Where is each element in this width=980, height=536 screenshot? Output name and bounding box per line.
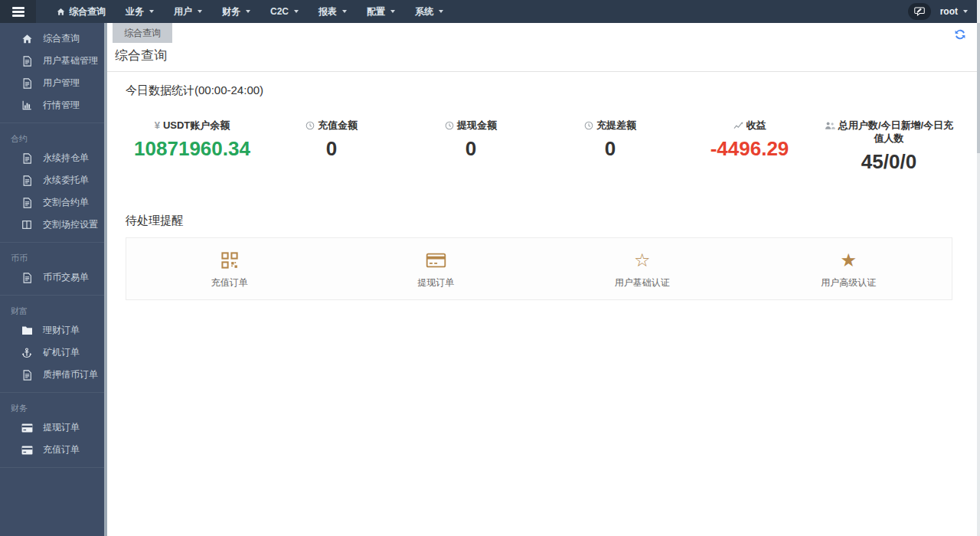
stat-label: 充值金额 [266, 119, 397, 132]
stat-value: 10871960.34 [127, 137, 257, 161]
chevron-down-icon [246, 10, 250, 13]
chat-button[interactable] [908, 3, 931, 20]
sidebar: 综合查询 用户基础管理 用户管理 行情管理 合约 永续持仓单 [0, 23, 107, 536]
nav-menu-business[interactable]: 业务 [116, 0, 164, 23]
sidebar-item-delivery-contract-orders[interactable]: 交割合约单 [0, 191, 107, 214]
document-icon [21, 197, 33, 209]
clock-icon [584, 121, 593, 130]
nav-item-home[interactable]: 综合查询 [47, 0, 116, 23]
clock-icon [305, 121, 315, 130]
stat-usdt-balance: ¥USDT账户余额 10871960.34 [122, 119, 262, 174]
reminder-withdraw-orders[interactable]: 提现订单 [333, 250, 540, 289]
sidebar-group-contract: 合约 永续持仓单 永续委托单 交割合约单 交割场控设置 [0, 123, 107, 243]
clock-icon [445, 121, 454, 130]
reminder-recharge-orders[interactable]: 充值订单 [126, 250, 333, 289]
sidebar-item-delivery-control-settings[interactable]: 交割场控设置 [0, 214, 107, 236]
sidebar-group-wealth: 财富 理财订单 矿机订单 质押借币订单 [0, 296, 107, 393]
yen-icon: ¥ [155, 119, 160, 131]
home-icon [21, 33, 33, 45]
chevron-down-icon [198, 10, 202, 13]
user-name: root [940, 6, 958, 17]
credit-card-icon [333, 250, 540, 271]
chat-bubble-icon [914, 7, 925, 16]
stat-label: 提现金额 [406, 119, 536, 132]
window-scrollbar[interactable] [977, 0, 980, 536]
stat-label: ¥USDT账户余额 [127, 119, 257, 132]
stat-value: 0 [266, 137, 397, 161]
nav-menu-config[interactable]: 配置 [357, 0, 405, 23]
reminders-panel: 充值订单 提现订单 ☆ 用户基础认证 ★ 用户高级认证 [126, 237, 952, 300]
stat-recharge-withdraw-diff: 充提差额 0 [541, 119, 680, 174]
reminder-label: 用户基础认证 [539, 276, 746, 289]
tab-strip: 综合查询 [107, 23, 980, 43]
scrollbar-thumb[interactable] [977, 23, 980, 153]
sidebar-item-recharge-orders[interactable]: 充值订单 [0, 439, 107, 461]
sidebar-group-main: 综合查询 用户基础管理 用户管理 行情管理 [0, 23, 107, 123]
sidebar-item-market-management[interactable]: 行情管理 [0, 94, 107, 116]
sidebar-toggle-button[interactable] [0, 0, 36, 23]
sidebar-item-user-management[interactable]: 用户管理 [0, 72, 107, 94]
document-icon [21, 175, 33, 187]
nav-menu-report[interactable]: 报表 [309, 0, 357, 23]
navbar-right: root [908, 3, 980, 20]
nav-menu-user[interactable]: 用户 [164, 0, 212, 23]
stat-withdraw-amount: 提现金额 0 [401, 119, 541, 174]
stat-user-counts: 总用户数/今日新增/今日充值人数 45/0/0 [819, 119, 959, 174]
user-menu[interactable]: root [940, 6, 968, 17]
reminder-label: 用户高级认证 [746, 276, 952, 289]
nav-item-label: 综合查询 [69, 5, 106, 18]
document-icon [21, 55, 33, 67]
hamburger-icon [12, 7, 24, 17]
chevron-down-icon [149, 10, 154, 13]
page-title: 综合查询 [107, 43, 980, 72]
star-filled-icon: ★ [746, 250, 952, 271]
reminder-user-advanced-verification[interactable]: ★ 用户高级认证 [746, 250, 952, 289]
sidebar-item-perpetual-entrust-orders[interactable]: 永续委托单 [0, 169, 107, 191]
line-chart-icon [733, 121, 743, 130]
navbar-menu: 综合查询 业务 用户 财务 C2C 报表 配置 系统 [47, 0, 453, 23]
sidebar-item-user-basic-management[interactable]: 用户基础管理 [0, 50, 107, 72]
tab-comprehensive-query[interactable]: 综合查询 [113, 23, 172, 43]
sidebar-item-mining-orders[interactable]: 矿机订单 [0, 342, 107, 364]
columns-icon [21, 219, 33, 231]
credit-card-icon [21, 444, 33, 456]
chevron-down-icon [963, 10, 968, 13]
anchor-icon [21, 347, 33, 359]
document-icon [21, 77, 33, 90]
stats-section-heading: 今日数据统计(00:00-24:00) [126, 83, 980, 98]
folder-icon [21, 325, 33, 337]
sidebar-item-withdraw-orders[interactable]: 提现订单 [0, 417, 107, 439]
users-icon [825, 121, 835, 130]
reminder-label: 提现订单 [333, 276, 540, 289]
bar-chart-icon [21, 100, 33, 112]
sidebar-scrollbar[interactable] [104, 23, 107, 536]
chevron-down-icon [390, 10, 395, 13]
reminders-section-heading: 待处理提醒 [126, 214, 980, 228]
sidebar-item-perpetual-position-orders[interactable]: 永续持仓单 [0, 147, 107, 169]
sidebar-item-pledge-loan-orders[interactable]: 质押借币订单 [0, 364, 107, 386]
sidebar-item-comprehensive-query[interactable]: 综合查询 [0, 28, 107, 50]
reminder-label: 充值订单 [126, 276, 333, 289]
stat-value: 45/0/0 [824, 150, 954, 174]
chevron-down-icon [294, 10, 299, 13]
sidebar-section-title: 合约 [0, 126, 107, 147]
refresh-button[interactable] [954, 28, 966, 41]
nav-menu-finance[interactable]: 财务 [212, 0, 260, 23]
stat-value: 0 [545, 137, 675, 161]
reminder-user-basic-verification[interactable]: ☆ 用户基础认证 [539, 250, 746, 289]
chevron-down-icon [439, 10, 443, 13]
document-icon [21, 369, 33, 381]
main-content: 综合查询 综合查询 今日数据统计(00:00-24:00) ¥USDT账户余额 … [107, 23, 980, 536]
sidebar-item-financial-orders[interactable]: 理财订单 [0, 319, 107, 342]
qr-code-icon [126, 250, 333, 271]
star-outline-icon: ☆ [539, 250, 746, 271]
stat-label: 总用户数/今日新增/今日充值人数 [824, 119, 954, 145]
refresh-icon [954, 28, 966, 41]
sidebar-group-coin: 币币 币币交易单 [0, 243, 107, 296]
sidebar-item-coin-trade-orders[interactable]: 币币交易单 [0, 266, 107, 289]
top-navbar: 综合查询 业务 用户 财务 C2C 报表 配置 系统 root [0, 0, 980, 23]
nav-menu-system[interactable]: 系统 [405, 0, 453, 23]
stat-profit: 收益 -4496.29 [680, 119, 819, 174]
nav-menu-c2c[interactable]: C2C [260, 0, 309, 23]
stat-recharge-amount: 充值金额 0 [262, 119, 401, 174]
